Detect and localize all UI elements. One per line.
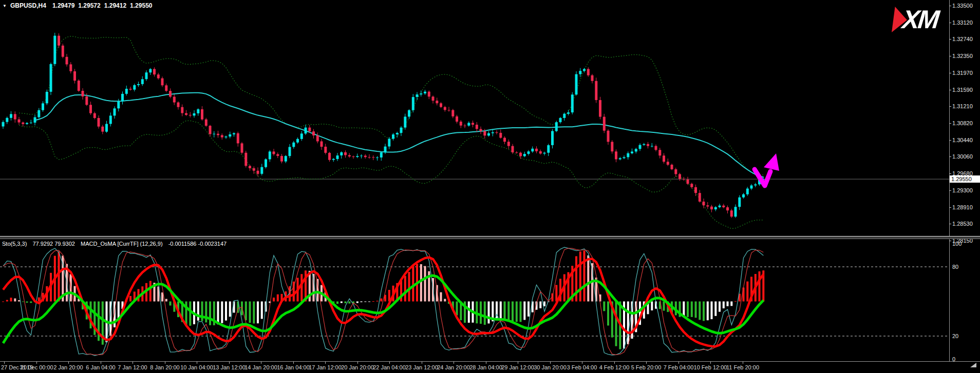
chart-title: ▼ GBPUSD,H4 1.29479 1.29572 1.29412 1.29… <box>3 2 156 9</box>
time-axis-tick <box>550 362 551 364</box>
stochastic-values: 77.9292 79.9302 <box>32 241 75 247</box>
time-axis-label: 20 Jan 20:00 <box>341 364 374 370</box>
time-axis-tick <box>646 362 647 364</box>
indicator-axis[interactable]: 10080200 <box>950 239 980 361</box>
time-axis-label: 10 Jan 04:00 <box>180 364 213 370</box>
price-axis-label: 1.30440 <box>952 137 973 143</box>
price-axis-label: 1.31970 <box>952 70 973 76</box>
time-axis-tick <box>454 362 454 364</box>
price-axis-label: 1.31590 <box>952 87 973 93</box>
price-axis-label: 1.32740 <box>952 36 973 42</box>
time-axis-label: 8 Jan 20:00 <box>150 364 180 370</box>
price-axis-tick <box>949 190 951 191</box>
current-price-label: 1.29550 <box>950 175 980 183</box>
time-axis-label: 10 Feb 12:00 <box>694 364 727 370</box>
quote-close: 1.29550 <box>130 2 152 9</box>
price-axis-label: 1.31210 <box>952 103 973 109</box>
price-axis-label: 1.30820 <box>952 120 973 126</box>
price-axis-label: 1.28530 <box>952 221 973 227</box>
candlestick-plot[interactable] <box>0 0 949 237</box>
quote-low: 1.29412 <box>104 2 126 9</box>
time-axis-label: 24 Jan 20:00 <box>437 364 470 370</box>
time-axis-tick <box>422 362 422 364</box>
indicator-label: Sto(5,3,3) 77.9292 79.9302 MACD_OsMA [Cu… <box>2 241 231 247</box>
xm-logo-text: XM <box>901 7 939 32</box>
price-axis-label: 1.30060 <box>952 153 973 160</box>
price-axis-label: 1.28910 <box>952 204 973 210</box>
quote-open: 1.29479 <box>52 2 74 9</box>
time-axis-label: 3 Feb 04:00 <box>567 364 597 370</box>
price-axis-tick <box>949 140 951 141</box>
price-axis-label: 1.29300 <box>952 187 973 193</box>
time-axis-tick <box>389 362 390 364</box>
price-axis-tick <box>949 39 951 40</box>
stochastic-name: Sto(5,3,3) <box>2 241 27 247</box>
time-axis-tick <box>165 362 165 364</box>
trading-chart-window: ▼ GBPUSD,H4 1.29479 1.29572 1.29412 1.29… <box>0 0 980 373</box>
price-axis-tick <box>949 224 951 224</box>
scroll-end-icon[interactable] <box>970 363 977 368</box>
price-axis-tick <box>949 73 951 73</box>
time-axis-tick <box>293 362 294 364</box>
price-axis-tick <box>949 56 951 56</box>
price-axis-tick <box>949 156 951 157</box>
xm-logo: XM <box>892 7 938 32</box>
time-axis-tick <box>101 362 101 364</box>
price-axis-label: 1.33120 <box>952 19 973 26</box>
time-axis-label: 6 Jan 04:00 <box>86 364 116 370</box>
oscillator-plot[interactable] <box>0 239 949 361</box>
price-axis-tick <box>949 173 951 174</box>
price-axis-tick <box>949 90 951 90</box>
indicator-chart[interactable] <box>0 239 949 361</box>
time-axis-tick <box>679 362 679 364</box>
time-axis-label: 29 Jan 12:00 <box>501 364 534 370</box>
time-axis-tick <box>614 362 615 364</box>
price-axis-tick <box>949 241 951 241</box>
price-chart[interactable] <box>0 0 949 237</box>
time-axis-tick <box>486 362 486 364</box>
price-axis-tick <box>949 106 951 107</box>
time-axis-label: 17 Jan 12:00 <box>309 364 342 370</box>
time-axis-tick <box>197 362 197 364</box>
time-axis-tick <box>133 362 133 364</box>
time-axis-label: 13 Jan 12:00 <box>213 364 246 370</box>
time-axis-label: 23 Jan 12:00 <box>405 364 438 370</box>
quote-high: 1.29572 <box>78 2 100 9</box>
macd-values: -0.0011586 -0.0023147 <box>168 241 227 247</box>
time-axis-tick <box>261 362 261 364</box>
price-axis-tick <box>949 6 951 6</box>
time-axis[interactable]: 27 Dec 201931 Dec 00:002 Jan 20:006 Jan … <box>0 361 980 373</box>
time-axis-tick <box>710 362 711 364</box>
time-axis-label: 28 Jan 04:00 <box>469 364 502 370</box>
time-axis-label: 4 Feb 12:00 <box>599 364 630 370</box>
time-axis-tick <box>4 362 5 364</box>
symbol-timeframe: GBPUSD,H4 <box>10 2 46 9</box>
time-axis-tick <box>582 362 582 364</box>
price-axis-tick <box>949 123 951 124</box>
price-axis-tick <box>949 207 951 208</box>
time-axis-tick <box>36 362 37 364</box>
time-axis-label: 30 Jan 20:00 <box>534 364 567 370</box>
symbol-dropdown-icon[interactable]: ▼ <box>3 4 7 8</box>
time-axis-label: 2 Jan 20:00 <box>53 364 83 370</box>
price-axis[interactable]: 1.335001.331201.327401.323501.319701.315… <box>950 0 980 237</box>
time-axis-label: 31 Dec 00:00 <box>20 364 53 370</box>
time-axis-tick <box>743 362 743 364</box>
time-axis-label: 7 Feb 04:00 <box>664 364 694 370</box>
time-axis-tick <box>357 362 358 364</box>
price-axis-tick <box>949 23 951 23</box>
indicator-axis-label: 20 <box>952 333 958 339</box>
time-axis-tick <box>229 362 230 364</box>
time-axis-label: 16 Jan 04:00 <box>277 364 310 370</box>
time-axis-label: 22 Jan 04:00 <box>373 364 406 370</box>
time-axis-label: 7 Jan 12:00 <box>118 364 147 370</box>
time-axis-tick <box>325 362 326 364</box>
time-axis-label: 14 Jan 20:00 <box>244 364 277 370</box>
indicator-axis-label: 100 <box>952 241 962 247</box>
price-axis-label: 1.32350 <box>952 53 973 59</box>
time-axis-label: 5 Feb 20:00 <box>631 364 662 370</box>
macd-name: MACD_OsMA [CurrTF] (12,26,9) <box>81 241 163 247</box>
time-axis-label: 11 Feb 20:00 <box>726 364 759 370</box>
time-axis-tick <box>68 362 69 364</box>
time-axis-tick <box>518 362 518 364</box>
